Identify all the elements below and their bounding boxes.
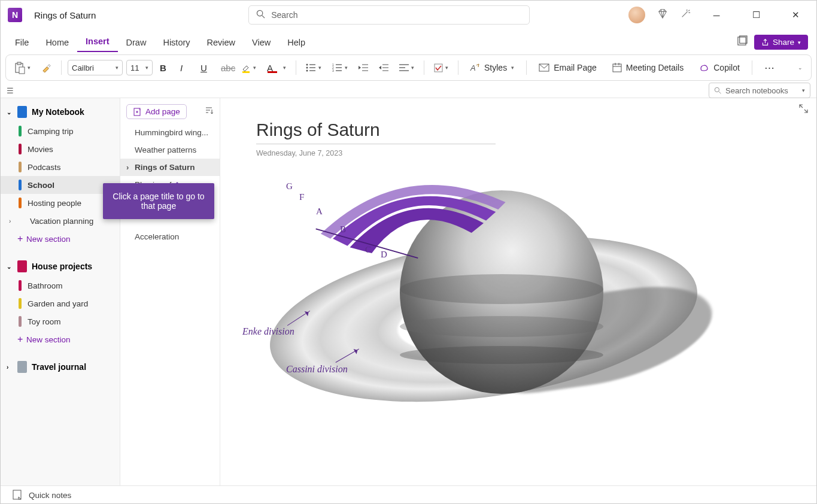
- app-icon: [8, 8, 22, 22]
- minimize-button[interactable]: ─: [703, 5, 730, 25]
- section-item[interactable]: Camping trip: [1, 122, 120, 140]
- maximize-button[interactable]: ☐: [742, 5, 770, 25]
- align-button[interactable]: ▾: [396, 61, 418, 74]
- section-item[interactable]: Toy room: [1, 312, 120, 330]
- annotation-cassini: Cassini division: [286, 364, 348, 375]
- svg-text:3: 3: [332, 69, 334, 72]
- tag-button[interactable]: ▾: [430, 61, 452, 75]
- user-avatar[interactable]: [628, 7, 645, 23]
- menu-tab-insert[interactable]: Insert: [77, 32, 118, 52]
- new-section-button[interactable]: +New section: [1, 230, 120, 248]
- outdent-button[interactable]: [355, 61, 372, 74]
- page-item[interactable]: Weather patterns: [120, 141, 220, 159]
- svg-point-8: [306, 63, 308, 65]
- ribbon-toolbar: ▾ Cailbri▾ 11▾ B I U abc ▾ A▾ ▾ 123▾ ▾ ▾…: [5, 54, 812, 81]
- indent-button[interactable]: [375, 61, 392, 74]
- wand-icon[interactable]: [680, 8, 691, 22]
- section-item[interactable]: Bathroom: [1, 277, 120, 294]
- fullscreen-icon[interactable]: [737, 36, 747, 48]
- tooltip-hint: Click a page title to go to that page: [103, 183, 214, 219]
- svg-rect-2: [738, 37, 746, 45]
- menu-tab-history[interactable]: History: [154, 33, 198, 52]
- close-button[interactable]: ✕: [782, 5, 809, 25]
- ring-label-d: D: [381, 250, 387, 260]
- annotation-enke: Enke division: [242, 326, 294, 337]
- share-label: Share: [773, 38, 794, 47]
- font-family-select[interactable]: Cailbri▾: [68, 60, 123, 75]
- add-page-button[interactable]: Add page: [126, 104, 187, 119]
- ring-label-b: B: [340, 224, 346, 235]
- main-area: ⌄My NotebookCamping tripMoviesPodcastsSc…: [1, 98, 816, 485]
- menu-tab-help[interactable]: Help: [279, 33, 314, 52]
- pages-sidebar: Add page Hummingbird wing...Weather patt…: [120, 98, 220, 485]
- sort-pages-button[interactable]: [205, 107, 214, 117]
- section-item[interactable]: Movies: [1, 140, 120, 158]
- document-title: Rings of Saturn: [34, 10, 96, 20]
- ring-label-f: F: [299, 192, 304, 202]
- notebook-header[interactable]: ⌄House projects: [1, 256, 120, 277]
- svg-rect-6: [19, 67, 25, 74]
- page-item[interactable]: Rings of Saturn: [120, 159, 220, 176]
- format-painter-button[interactable]: [38, 60, 55, 75]
- search-placeholder: Search: [271, 10, 297, 20]
- search-icon: [256, 10, 265, 20]
- svg-line-1: [262, 16, 265, 18]
- styles-button[interactable]: A Styles▾: [464, 60, 520, 75]
- menu-tab-review[interactable]: Review: [199, 33, 244, 52]
- copilot-button[interactable]: Copilot: [693, 60, 746, 75]
- bold-button[interactable]: B: [156, 60, 173, 75]
- menu-tab-home[interactable]: Home: [37, 33, 77, 52]
- svg-line-37: [719, 92, 721, 93]
- nav-toggle-icon[interactable]: ☰: [7, 86, 14, 95]
- section-item[interactable]: Podcasts: [1, 158, 120, 176]
- number-list-button[interactable]: 123▾: [329, 61, 351, 75]
- search-notebooks-input[interactable]: Search notebooks ▾: [709, 83, 810, 98]
- notebook-header[interactable]: ›Travel journal: [1, 357, 120, 377]
- page-content: Rings of Saturn Wednesday, June 7, 2023 …: [220, 98, 816, 485]
- title-bar: Rings of Saturn Search ─ ☐ ✕: [1, 1, 816, 29]
- underline-button[interactable]: U: [197, 60, 214, 75]
- diamond-icon[interactable]: [657, 8, 668, 22]
- menu-tab-draw[interactable]: Draw: [118, 33, 155, 52]
- notebook-sidebar: ⌄My NotebookCamping tripMoviesPodcastsSc…: [1, 98, 120, 485]
- notebook-header[interactable]: ⌄My Notebook: [1, 102, 120, 122]
- quick-notes-icon[interactable]: [13, 490, 22, 502]
- more-button[interactable]: ⋯: [758, 62, 780, 74]
- footer-bar: Quick notes: [1, 485, 816, 504]
- meeting-details-button[interactable]: Meeting Details: [606, 60, 690, 75]
- search-box[interactable]: Search: [248, 5, 530, 25]
- highlight-button[interactable]: ▾: [238, 60, 260, 75]
- ribbon-collapse-button[interactable]: ⌄: [794, 65, 806, 71]
- paste-button[interactable]: ▾: [11, 59, 34, 76]
- menu-tab-file[interactable]: File: [7, 33, 37, 52]
- font-color-button[interactable]: A▾: [263, 60, 290, 75]
- saturn-illustration: G F A B C D Enke division Cassini divisi…: [250, 169, 717, 433]
- new-section-button[interactable]: +New section: [1, 330, 120, 348]
- ring-label-g: G: [286, 181, 293, 192]
- svg-text:A: A: [470, 63, 476, 72]
- section-item[interactable]: Hosting people: [1, 194, 120, 212]
- page-item[interactable]: Acceleration: [120, 228, 220, 245]
- svg-rect-7: [242, 71, 250, 73]
- menu-tab-view[interactable]: View: [244, 33, 279, 52]
- italic-button[interactable]: I: [177, 60, 193, 75]
- page-title[interactable]: Rings of Saturn: [256, 120, 780, 144]
- section-item[interactable]: ›Vacation planning: [1, 212, 120, 230]
- page-item[interactable]: Hummingbird wing...: [120, 124, 220, 141]
- svg-point-0: [257, 10, 263, 16]
- strikethrough-button[interactable]: abc: [217, 60, 234, 75]
- expand-icon[interactable]: [799, 104, 808, 116]
- ring-label-c: C: [365, 245, 371, 255]
- sub-bar: ☰ Search notebooks ▾: [1, 81, 816, 98]
- share-button[interactable]: Share ▾: [754, 35, 808, 50]
- page-date: Wednesday, June 7, 2023: [256, 149, 780, 157]
- svg-point-10: [306, 66, 308, 68]
- section-item[interactable]: School: [1, 176, 120, 194]
- svg-point-12: [306, 69, 308, 71]
- quick-notes-label[interactable]: Quick notes: [29, 491, 71, 500]
- section-item[interactable]: Garden and yard: [1, 294, 120, 312]
- email-page-button[interactable]: Email Page: [533, 60, 603, 75]
- font-size-select[interactable]: 11▾: [126, 60, 153, 75]
- ring-label-a: A: [316, 207, 323, 217]
- bullet-list-button[interactable]: ▾: [302, 61, 325, 75]
